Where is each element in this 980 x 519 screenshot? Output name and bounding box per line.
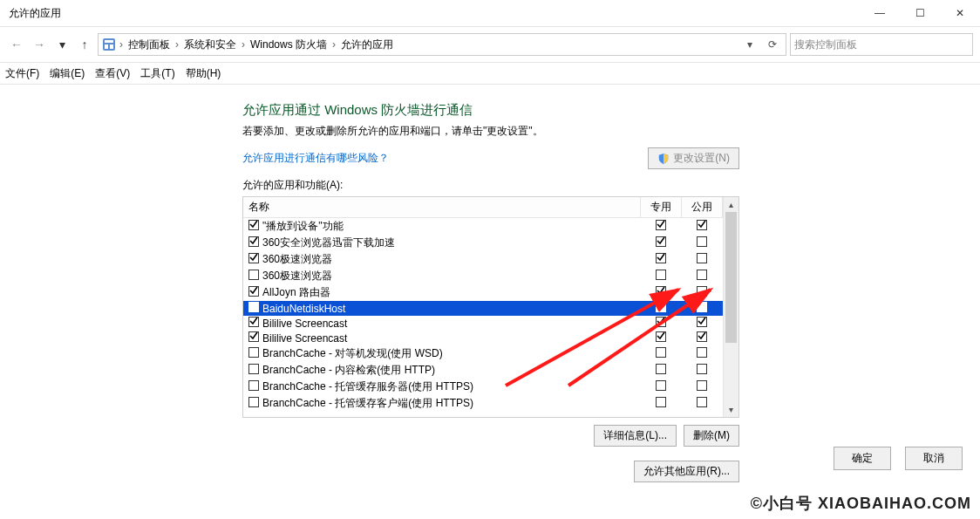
row-private-checkbox[interactable] — [656, 365, 666, 377]
ok-button[interactable]: 确定 — [834, 447, 891, 470]
column-public[interactable]: 公用 — [682, 197, 723, 218]
row-public-checkbox[interactable] — [697, 303, 707, 315]
row-public-checkbox[interactable] — [697, 221, 707, 233]
minimize-button[interactable]: — — [860, 0, 900, 26]
row-private-checkbox[interactable] — [656, 237, 666, 249]
allowed-apps-table: 名称 专用 公用 "播放到设备"功能360安全浏览器迅雷下载加速360极速浏览器… — [242, 196, 739, 418]
watermark: ©小白号 XIAOBAIHAO.COM — [751, 493, 971, 514]
row-private-checkbox[interactable] — [656, 287, 666, 299]
row-name: 360安全浏览器迅雷下载加速 — [262, 236, 395, 250]
menu-tools[interactable]: 工具(T) — [140, 66, 174, 81]
table-row[interactable]: 360极速浏览器 — [243, 251, 723, 268]
row-public-checkbox[interactable] — [697, 398, 707, 410]
chevron-right-icon: › — [119, 38, 123, 51]
row-private-checkbox[interactable] — [656, 303, 666, 315]
row-private-checkbox[interactable] — [656, 254, 666, 266]
row-enable-checkbox[interactable] — [248, 220, 259, 233]
row-public-checkbox[interactable] — [697, 332, 707, 345]
menu-view[interactable]: 查看(V) — [95, 66, 130, 81]
row-name: BranchCache - 内容检索(使用 HTTP) — [262, 363, 435, 378]
list-label: 允许的应用和功能(A): — [242, 178, 739, 193]
table-row[interactable]: BranchCache - 托管缓存服务器(使用 HTTPS) — [243, 379, 723, 395]
table-row[interactable]: BaiduNetdiskHost — [243, 301, 723, 316]
table-row[interactable]: 360极速浏览器 — [243, 268, 723, 284]
address-dropdown[interactable]: ▾ — [740, 38, 759, 51]
row-private-checkbox[interactable] — [656, 381, 666, 393]
remove-button[interactable]: 删除(M) — [684, 425, 739, 447]
window-title: 允许的应用 — [0, 6, 61, 21]
nav-dropdown[interactable]: ▾ — [52, 35, 71, 54]
breadcrumb-seg[interactable]: 允许的应用 — [337, 36, 397, 54]
scroll-up-icon[interactable]: ▴ — [724, 197, 738, 212]
row-enable-checkbox[interactable] — [248, 286, 259, 299]
row-public-checkbox[interactable] — [697, 365, 707, 377]
breadcrumb-seg[interactable]: 控制面板 — [125, 36, 174, 54]
back-button[interactable]: ← — [7, 35, 26, 54]
row-enable-checkbox[interactable] — [248, 302, 259, 315]
row-public-checkbox[interactable] — [697, 270, 707, 283]
up-button[interactable]: ↑ — [75, 35, 94, 54]
breadcrumb-seg[interactable]: 系统和安全 — [180, 36, 240, 54]
table-row[interactable]: Bililive Screencast — [243, 316, 723, 331]
row-public-checkbox[interactable] — [697, 318, 707, 330]
row-enable-checkbox[interactable] — [248, 380, 259, 393]
svg-rect-2 — [105, 44, 108, 49]
search-input[interactable]: 搜索控制面板 — [790, 33, 973, 56]
details-button[interactable]: 详细信息(L)... — [594, 425, 677, 447]
row-private-checkbox[interactable] — [656, 332, 666, 345]
row-name: BaiduNetdiskHost — [262, 303, 345, 315]
menu-edit[interactable]: 编辑(E) — [50, 66, 85, 81]
refresh-button[interactable]: ⟳ — [763, 38, 782, 51]
table-row[interactable]: BranchCache - 内容检索(使用 HTTP) — [243, 362, 723, 379]
row-enable-checkbox[interactable] — [248, 270, 259, 283]
maximize-button[interactable]: ☐ — [900, 0, 940, 26]
menu-file[interactable]: 文件(F) — [5, 66, 39, 81]
breadcrumb[interactable]: › 控制面板 › 系统和安全 › Windows 防火墙 › 允许的应用 ▾ ⟳ — [98, 33, 786, 56]
row-enable-checkbox[interactable] — [248, 236, 259, 249]
row-public-checkbox[interactable] — [697, 254, 707, 266]
address-bar: ← → ▾ ↑ › 控制面板 › 系统和安全 › Windows 防火墙 › 允… — [0, 27, 980, 63]
forward-button[interactable]: → — [30, 35, 49, 54]
table-row[interactable]: BranchCache - 托管缓存客户端(使用 HTTPS) — [243, 395, 723, 412]
change-settings-button[interactable]: 更改设置(N) — [648, 147, 739, 169]
column-name[interactable]: 名称 — [243, 197, 641, 218]
table-row[interactable]: "播放到设备"功能 — [243, 218, 723, 236]
row-private-checkbox[interactable] — [656, 318, 666, 330]
content: 允许应用通过 Windows 防火墙进行通信 若要添加、更改或删除所允许的应用和… — [0, 85, 980, 482]
table-row[interactable]: Bililive Screencast — [243, 331, 723, 345]
scroll-thumb[interactable] — [725, 212, 737, 343]
row-public-checkbox[interactable] — [697, 237, 707, 249]
table-row[interactable]: BranchCache - 对等机发现(使用 WSD) — [243, 345, 723, 362]
row-public-checkbox[interactable] — [697, 381, 707, 393]
menubar: 文件(F) 编辑(E) 查看(V) 工具(T) 帮助(H) — [0, 63, 980, 85]
row-enable-checkbox[interactable] — [248, 331, 259, 345]
row-name: 360极速浏览器 — [262, 252, 332, 267]
breadcrumb-seg[interactable]: Windows 防火墙 — [247, 36, 330, 54]
row-public-checkbox[interactable] — [697, 287, 707, 299]
scroll-down-icon[interactable]: ▾ — [724, 402, 738, 417]
titlebar: 允许的应用 — ☐ ✕ — [0, 0, 980, 27]
row-enable-checkbox[interactable] — [248, 317, 259, 330]
page-description: 若要添加、更改或删除所允许的应用和端口，请单击"更改设置"。 — [242, 124, 739, 139]
scrollbar[interactable]: ▴ ▾ — [723, 197, 738, 417]
row-enable-checkbox[interactable] — [248, 253, 259, 266]
row-private-checkbox[interactable] — [656, 348, 666, 360]
allow-other-app-button[interactable]: 允许其他应用(R)... — [634, 461, 739, 482]
row-enable-checkbox[interactable] — [248, 347, 259, 360]
table-row[interactable]: AllJoyn 路由器 — [243, 284, 723, 301]
row-enable-checkbox[interactable] — [248, 397, 259, 410]
risk-link[interactable]: 允许应用进行通信有哪些风险？ — [242, 151, 389, 166]
column-private[interactable]: 专用 — [641, 197, 682, 218]
table-row[interactable]: 360安全浏览器迅雷下载加速 — [243, 235, 723, 251]
close-button[interactable]: ✕ — [940, 0, 980, 26]
row-private-checkbox[interactable] — [656, 270, 666, 283]
scroll-track[interactable] — [724, 212, 738, 402]
control-panel-icon — [102, 38, 116, 51]
row-private-checkbox[interactable] — [656, 221, 666, 233]
row-public-checkbox[interactable] — [697, 348, 707, 360]
cancel-button[interactable]: 取消 — [905, 447, 963, 470]
menu-help[interactable]: 帮助(H) — [186, 66, 221, 81]
row-enable-checkbox[interactable] — [248, 364, 259, 377]
page-heading: 允许应用通过 Windows 防火墙进行通信 — [242, 102, 739, 119]
row-private-checkbox[interactable] — [656, 398, 666, 410]
